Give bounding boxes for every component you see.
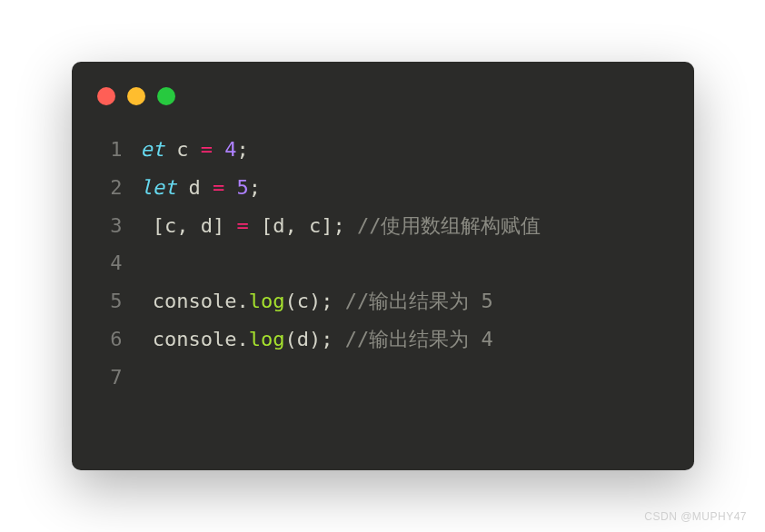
token-punct: (d); <box>284 328 344 350</box>
token-ident <box>213 138 224 161</box>
token-punct: ; <box>237 138 249 161</box>
code-line: 5 console.log(c); //输出结果为 5 <box>97 282 669 320</box>
code-content <box>141 359 153 397</box>
token-ident: d <box>176 176 213 199</box>
token-comment: //输出结果为 5 <box>345 290 493 312</box>
line-number: 4 <box>97 244 123 282</box>
token-fn: log <box>249 290 285 312</box>
code-content: [c, d] = [d, c]; //使用数组解构赋值 <box>141 207 541 245</box>
code-line: 6 console.log(d); //输出结果为 4 <box>97 320 669 359</box>
code-content <box>141 244 153 282</box>
code-content: et c = 4; <box>141 131 249 169</box>
code-content: console.log(c); //输出结果为 5 <box>141 282 493 320</box>
line-number: 1 <box>97 131 123 169</box>
code-line: 1et c = 4; <box>97 131 669 169</box>
line-number: 7 <box>97 359 123 397</box>
code-line: 3 [c, d] = [d, c]; //使用数组解构赋值 <box>97 207 669 245</box>
token-comment: //输出结果为 4 <box>345 328 493 350</box>
token-punct: (c); <box>284 290 344 312</box>
token-punct: [c, d] <box>141 214 237 237</box>
code-window: 1et c = 4;2let d = 5;3 [c, d] = [d, c]; … <box>72 62 694 470</box>
minimize-icon[interactable] <box>127 87 145 105</box>
code-line: 4 <box>97 244 669 282</box>
line-number: 5 <box>97 282 123 320</box>
code-line: 2let d = 5; <box>97 169 669 207</box>
traffic-lights <box>72 87 694 131</box>
line-number: 3 <box>97 207 123 245</box>
token-ident <box>224 176 236 199</box>
code-content: let d = 5; <box>141 169 262 207</box>
watermark: CSDN @MUPHY47 <box>644 510 747 523</box>
token-op: = <box>213 176 224 199</box>
token-num: 5 <box>237 176 249 199</box>
token-punct: [d, c]; <box>249 214 357 237</box>
token-op: = <box>236 214 248 237</box>
line-number: 2 <box>97 169 123 207</box>
token-punct: ; <box>249 176 261 199</box>
token-num: 4 <box>224 138 236 161</box>
token-ident: console. <box>141 290 249 312</box>
token-comment: //使用数组解构赋值 <box>357 214 541 237</box>
token-kw-it: let <box>141 176 177 199</box>
code-content: console.log(d); //输出结果为 4 <box>141 320 493 359</box>
token-op: = <box>201 138 213 161</box>
token-fn: log <box>249 328 285 350</box>
code-line: 7 <box>97 359 669 397</box>
maximize-icon[interactable] <box>157 87 175 105</box>
token-ident: console. <box>141 328 249 350</box>
token-ident: c <box>164 138 201 161</box>
line-number: 6 <box>97 320 123 359</box>
close-icon[interactable] <box>97 87 115 105</box>
token-kw-it: et <box>141 138 165 161</box>
code-area: 1et c = 4;2let d = 5;3 [c, d] = [d, c]; … <box>72 131 694 397</box>
